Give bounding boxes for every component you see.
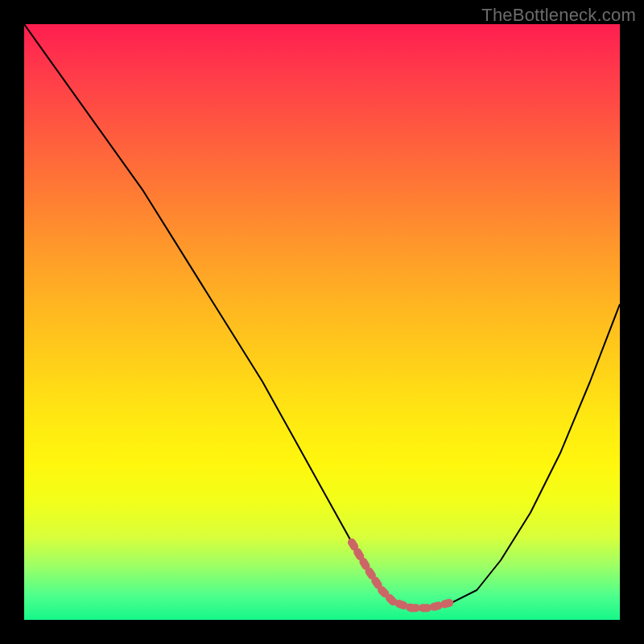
watermark-text: TheBottleneck.com xyxy=(481,5,636,26)
optimal-range-highlight-left xyxy=(352,543,411,608)
bottleneck-curve xyxy=(24,24,620,608)
plot-area xyxy=(24,24,620,620)
chart-overlay-svg xyxy=(24,24,620,620)
optimal-range-highlight-right xyxy=(411,602,453,608)
chart-stage: TheBottleneck.com xyxy=(0,0,644,644)
